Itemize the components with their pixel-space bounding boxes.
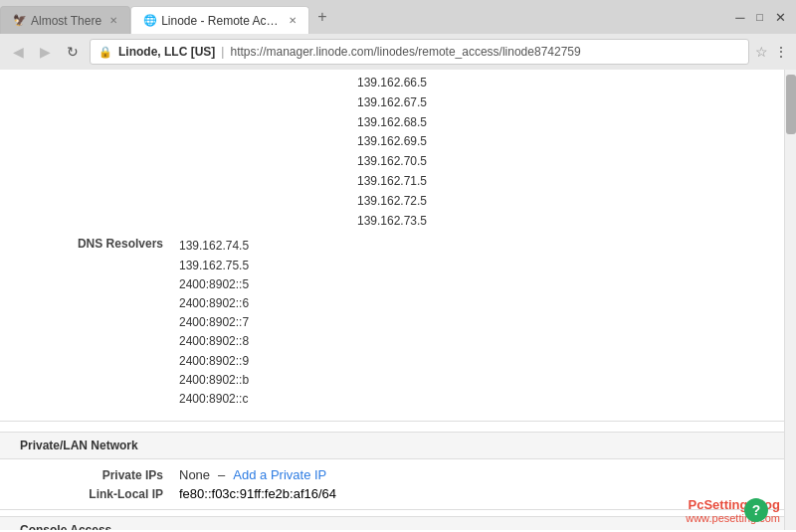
separator: – (218, 467, 225, 482)
console-header: Console Access (0, 516, 784, 530)
private-ips-row: Private IPs None – Add a Private IP (0, 467, 784, 482)
address-bar-input[interactable]: 🔒 Linode, LLC [US] | https://manager.lin… (90, 39, 749, 65)
dns-3: 2400:8902::5 (179, 275, 249, 294)
link-local-ip-text: fe80::f03c:91ff:fe2b:af16/64 (179, 486, 336, 501)
dns-7: 2400:8902::9 (179, 352, 249, 371)
ip-6: 139.162.71.5 (357, 172, 427, 192)
tab2-icon: 🌐 (143, 14, 157, 27)
tab1-close[interactable]: ✕ (109, 15, 117, 26)
dns-2: 139.162.75.5 (179, 257, 249, 275)
org-name: Linode, LLC [US] (118, 45, 215, 59)
question-badge[interactable]: ? (744, 498, 768, 522)
close-button[interactable]: ✕ (769, 8, 792, 27)
tab2-close[interactable]: ✕ (289, 15, 297, 26)
ip-1: 139.162.66.5 (357, 74, 427, 93)
maximize-button[interactable]: □ (750, 9, 769, 25)
dns-5: 2400:8902::7 (179, 313, 249, 332)
menu-button[interactable]: ⋮ (774, 44, 788, 60)
ip-addresses-block: 139.162.66.5 139.162.67.5 139.162.68.5 1… (0, 70, 784, 235)
divider-1 (0, 421, 784, 422)
tab1-icon: 🦅 (13, 14, 27, 27)
ip-2: 139.162.67.5 (357, 93, 427, 113)
tab2-title: Linode - Remote Acces... (161, 14, 281, 28)
tab-linode-remote[interactable]: 🌐 Linode - Remote Acces... ✕ (130, 6, 309, 34)
ip-5: 139.162.70.5 (357, 152, 427, 172)
dns-1: 139.162.74.5 (179, 237, 249, 256)
question-mark: ? (752, 502, 761, 518)
private-ips-value: None – Add a Private IP (179, 467, 764, 482)
ip-4: 139.162.69.5 (357, 132, 427, 152)
add-private-ip-link[interactable]: Add a Private IP (233, 467, 326, 482)
reload-button[interactable]: ↻ (62, 42, 84, 62)
divider-2 (0, 509, 784, 510)
bookmark-button[interactable]: ☆ (755, 44, 768, 60)
tab-almost-there[interactable]: 🦅 Almost There ✕ (0, 6, 130, 34)
back-button[interactable]: ◀ (8, 42, 29, 62)
dns-9: 2400:8902::c (179, 390, 249, 409)
ip-7: 139.162.72.5 (357, 192, 427, 212)
ip-3: 139.162.68.5 (357, 113, 427, 133)
private-lan-header: Private/LAN Network (0, 432, 784, 459)
lock-icon: 🔒 (99, 46, 112, 59)
private-ips-label: Private IPs (20, 468, 179, 482)
dns-8: 2400:8902::b (179, 371, 249, 390)
dns-resolvers-values: 139.162.74.5 139.162.75.5 2400:8902::5 2… (179, 237, 249, 409)
link-local-ip-label: Link-Local IP (20, 487, 179, 501)
ip-8: 139.162.73.5 (357, 212, 427, 232)
dns-4: 2400:8902::6 (179, 294, 249, 313)
private-ips-none: None (179, 467, 210, 482)
url-text: https://manager.linode.com/linodes/remot… (230, 45, 740, 59)
dns-resolvers-label: DNS Resolvers (20, 237, 179, 409)
dns-resolvers-row: DNS Resolvers 139.162.74.5 139.162.75.5 … (0, 235, 784, 411)
scrollbar[interactable] (784, 70, 796, 530)
scrollbar-thumb[interactable] (786, 75, 796, 134)
link-local-ip-value: fe80::f03c:91ff:fe2b:af16/64 (179, 486, 764, 501)
tab1-title: Almost There (31, 14, 101, 28)
link-local-ip-row: Link-Local IP fe80::f03c:91ff:fe2b:af16/… (0, 486, 784, 501)
forward-button[interactable]: ▶ (35, 42, 56, 62)
page-content: 139.162.66.5 139.162.67.5 139.162.68.5 1… (0, 70, 784, 530)
new-tab-button[interactable]: + (309, 4, 334, 30)
url-separator: | (221, 45, 224, 59)
dns-6: 2400:8902::8 (179, 332, 249, 351)
minimize-button[interactable]: ─ (729, 8, 750, 27)
